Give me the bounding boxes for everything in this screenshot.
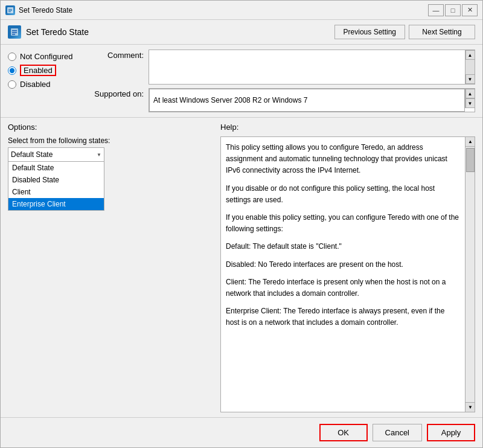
not-configured-input[interactable]	[8, 53, 16, 61]
comment-textarea[interactable]	[149, 50, 465, 84]
right-fields: Comment: ▲ ▼ Supported on: At least	[86, 50, 475, 112]
sup-scroll-up[interactable]: ▲	[465, 89, 475, 98]
minimize-button[interactable]: —	[428, 4, 444, 16]
close-button[interactable]: ✕	[462, 4, 478, 16]
comment-label: Comment:	[86, 50, 144, 60]
supported-row: Supported on: At least Windows Server 20…	[86, 88, 475, 112]
svg-rect-5	[12, 30, 17, 31]
disabled-label: Disabled	[20, 80, 51, 89]
supported-scrollbar: ▲ ▼	[465, 89, 475, 108]
help-p6: Client: The Teredo interface is present …	[226, 277, 460, 299]
right-panel: Help: This policy setting allows you to …	[220, 123, 475, 412]
help-p2: If you disable or do not configure this …	[226, 183, 460, 206]
scroll-up-arrow[interactable]: ▲	[465, 50, 475, 60]
dropdown-list: Default State Disabled State Client Ente…	[8, 162, 104, 211]
previous-setting-button[interactable]: Previous Setting	[334, 25, 405, 39]
help-title: Help:	[220, 123, 475, 132]
select-label: Select from the following states:	[8, 136, 213, 145]
dropdown-item-default[interactable]: Default State	[8, 162, 104, 174]
help-scroll-up[interactable]: ▲	[465, 137, 475, 147]
state-dropdown[interactable]: Default State ▼	[8, 147, 104, 162]
svg-rect-7	[12, 34, 15, 35]
help-p3: If you enable this policy setting, you c…	[226, 212, 460, 235]
window-title: Set Teredo State	[19, 6, 428, 14]
supported-label: Supported on:	[86, 88, 144, 98]
dropdown-selected-text: Default State	[11, 150, 97, 159]
comment-field: ▲ ▼	[149, 50, 475, 85]
radio-group: Not Configured Enabled Disabled	[8, 50, 86, 112]
sup-scroll-down[interactable]: ▼	[465, 98, 475, 108]
navigation-buttons: Previous Setting Next Setting	[334, 25, 475, 39]
supported-field: At least Windows Server 2008 R2 or Windo…	[149, 88, 475, 112]
next-setting-button[interactable]: Next Setting	[409, 25, 475, 39]
svg-rect-2	[8, 10, 12, 11]
header-bar: Set Teredo State Previous Setting Next S…	[1, 20, 482, 45]
help-scrollbar: ▲ ▼	[465, 137, 475, 412]
help-text: This policy setting allows you to config…	[221, 137, 465, 412]
help-p5: Disabled: No Teredo interfaces are prese…	[226, 259, 460, 270]
window-icon	[5, 5, 15, 15]
enabled-radio[interactable]: Enabled	[8, 65, 86, 76]
options-title: Options:	[8, 123, 213, 132]
help-scroll-thumb[interactable]	[466, 148, 475, 172]
svg-rect-3	[8, 11, 11, 12]
content-area: Not Configured Enabled Disabled Comment:	[1, 45, 482, 417]
help-scroll-down[interactable]: ▼	[465, 402, 475, 412]
help-p4: Default: The default state is "Client."	[226, 241, 460, 252]
cancel-button[interactable]: Cancel	[373, 424, 422, 441]
window-controls: — □ ✕	[428, 4, 478, 16]
left-panel: Options: Select from the following state…	[8, 123, 213, 412]
dropdown-arrow-icon: ▼	[97, 152, 101, 158]
dropdown-item-disabled[interactable]: Disabled State	[8, 174, 104, 186]
header-title: Set Teredo State	[26, 27, 334, 37]
disabled-input[interactable]	[8, 80, 16, 89]
comment-scrollbar: ▲ ▼	[465, 50, 475, 84]
help-p7: Enterprise Client: The Teredo interface …	[226, 306, 460, 328]
header-icon	[8, 25, 21, 39]
dropdown-item-client[interactable]: Client	[8, 186, 104, 198]
svg-rect-1	[8, 9, 12, 10]
comment-row: Comment: ▲ ▼	[86, 50, 475, 85]
svg-rect-6	[12, 32, 17, 33]
scroll-down-arrow[interactable]: ▼	[465, 74, 475, 84]
not-configured-label: Not Configured	[20, 52, 72, 61]
enabled-label: Enabled	[20, 65, 56, 76]
dropdown-item-enterprise[interactable]: Enterprise Client	[8, 198, 104, 210]
top-section: Not Configured Enabled Disabled Comment:	[1, 45, 482, 118]
help-scroll-box: This policy setting allows you to config…	[220, 136, 475, 412]
maximize-button[interactable]: □	[445, 4, 461, 16]
main-window: Set Teredo State — □ ✕ Set Teredo State …	[0, 0, 483, 448]
footer: OK Cancel Apply	[1, 417, 482, 447]
disabled-radio[interactable]: Disabled	[8, 80, 86, 89]
title-bar: Set Teredo State — □ ✕	[1, 1, 482, 20]
supported-value: At least Windows Server 2008 R2 or Windo…	[149, 89, 465, 112]
apply-button[interactable]: Apply	[427, 424, 475, 441]
ok-button[interactable]: OK	[319, 424, 368, 441]
not-configured-radio[interactable]: Not Configured	[8, 52, 86, 61]
main-section: Options: Select from the following state…	[1, 118, 482, 417]
help-p1: This policy setting allows you to config…	[226, 142, 460, 177]
enabled-input[interactable]	[8, 66, 16, 75]
